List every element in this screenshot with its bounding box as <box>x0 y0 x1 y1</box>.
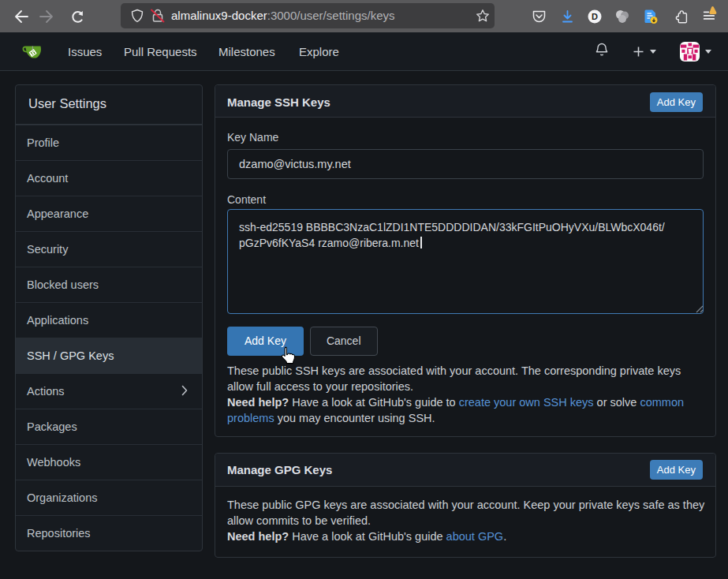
svg-text:D: D <box>592 12 598 21</box>
